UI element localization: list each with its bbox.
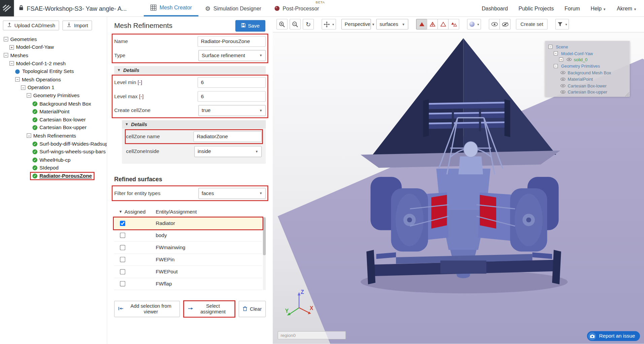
level-min-input[interactable] [198,77,266,88]
scene-tree-item-background-mesh-box[interactable]: Background Mesh Box [548,69,628,76]
select-assignment-button[interactable]: Select assignment [184,301,235,317]
color-dropdown[interactable]: ▾ [467,19,481,30]
hide-selected-button[interactable] [500,19,511,30]
upload-cad-button[interactable]: Upload CAD/mesh [3,21,60,30]
report-issue-button[interactable]: Report an issue [587,331,640,341]
projection-select[interactable]: Perspective▼ [341,19,371,30]
collapse-icon[interactable]: − [4,53,8,58]
tree-item-mesh-refinements[interactable]: −Mesh Refinements [0,132,107,140]
tree-item-topological-entity-sets[interactable]: Topological Entity Sets [0,68,107,76]
clear-button[interactable]: Clear [239,301,266,317]
expand-icon[interactable]: + [9,45,14,49]
collapse-icon[interactable]: − [554,51,558,55]
add-selection-button[interactable]: Add selection from viewer [114,301,180,317]
level-max-input[interactable] [198,91,266,102]
scene-tree-item-model-conf-yaw[interactable]: −Model-Conf-Yaw [548,50,628,56]
visibility-eye-icon[interactable] [560,90,566,94]
entity-checkbox[interactable] [120,269,125,274]
scene-tree-item-cartesian-box-upper[interactable]: Cartesian Box-upper [548,89,628,95]
tab-mesh-creator[interactable]: Mesh Creator [144,0,199,16]
details-section-header[interactable]: ▼ Details [122,120,266,128]
name-input[interactable] [198,36,266,47]
tree-item-operation-1[interactable]: −Operation 1 [0,83,107,91]
help-menu[interactable]: Help▼ [590,5,606,11]
scene-tree-item-materialpoint[interactable]: MaterialPoint [548,76,628,82]
reset-view-button[interactable]: ↻ [303,19,314,30]
details-section-header[interactable]: ▼ Details [114,66,266,74]
tree-item-radiator-porouszone[interactable]: ✓Radiator-PorousZone [0,172,107,180]
scene-tree-item-geometry-primitives[interactable]: −Geometry Primitives [548,63,628,69]
nav-link-dashboard[interactable]: Dashboard [482,5,508,11]
tree-item-model-conf-yaw[interactable]: +Model-Conf-Yaw [0,43,107,51]
pan-tool-dropdown[interactable]: ▾ [321,19,336,30]
tree-item-wheelhub-cp[interactable]: ✓WheelHub-cp [0,156,107,164]
scene-tree-item-solid-0[interactable]: +solid_0 [548,56,628,63]
visibility-eye-icon[interactable] [560,77,566,81]
nav-link-public-projects[interactable]: Public Projects [518,5,554,11]
tree-item-geometry-primitives[interactable]: −Geometry Primitives [0,91,107,100]
filter-dropdown[interactable]: ▾ [555,19,569,30]
tree-item-surf-body-diff-wsides-radsup[interactable]: ✓Surf-body-diff-Wsides-Radsup [0,140,107,148]
collapse-icon[interactable]: − [15,77,20,82]
scrollbar-thumb[interactable] [263,218,266,255]
entity-row-fwepout[interactable]: FWEPout [114,266,262,278]
user-menu[interactable]: Akrem▼ [617,5,637,11]
tree-item-surf-wings-wheels-susp-bars[interactable]: ✓Surf-wings-wheels-susp-bars [0,148,107,156]
expand-icon[interactable]: + [559,58,563,62]
mesh-quality-toggle-1[interactable] [416,19,427,30]
tree-item-materialpoint[interactable]: ✓MaterialPoint [0,108,107,116]
scene-tree-item-cartesian-box-lower[interactable]: Cartesian Box-lower [548,82,628,89]
tab-simulation-designer[interactable]: ⚙Simulation Designer [199,0,268,16]
sort-caret-icon[interactable]: ▼ [119,210,123,214]
show-selected-button[interactable] [489,19,500,30]
tree-item-background-mesh-box[interactable]: ✓Background Mesh Box [0,100,107,108]
create-set-button[interactable]: Create set [516,19,548,30]
visibility-eye-icon[interactable] [567,58,572,62]
entity-filter-select[interactable]: faces ▼ [198,188,266,199]
tree-item-cartesian-box-upper[interactable]: ✓Cartesian Box-upper [0,124,107,132]
project-title[interactable]: FSAE-Workshop-S3- Yaw angle- A... [27,5,127,12]
collapse-icon[interactable]: − [27,93,31,98]
table-scrollbar[interactable] [263,218,266,290]
assigned-column-header[interactable]: Assigned [125,209,146,215]
entity-row-radiator[interactable]: Radiator [114,218,262,230]
cellzone-inside-select[interactable]: inside ▼ [194,146,262,157]
mesh-quality-toggle-4[interactable] [448,19,459,30]
tab-post-processor[interactable]: Post-ProcessorBETA [268,0,326,16]
zoom-in-button[interactable] [276,19,287,30]
entity-row-fwflap[interactable]: FWflap [114,278,262,290]
cellzone-name-input[interactable] [194,131,262,142]
viewport-3d[interactable]: −Scene−Model-Conf-Yaw+solid_0−Geometry P… [273,32,644,344]
entity-checkbox[interactable] [120,257,125,262]
tree-item-model-conf-1-2-mesh[interactable]: −Model-Conf-1-2 mesh [0,60,107,68]
collapse-icon[interactable]: − [548,45,552,49]
tree-item-mesh-operations[interactable]: −Mesh Operations [0,75,107,83]
collapse-icon[interactable]: − [9,61,14,66]
entity-column-header[interactable]: Entity/Assignment [156,209,197,215]
nav-link-forum[interactable]: Forum [565,5,580,11]
save-button[interactable]: Save [235,20,266,32]
entity-checkbox[interactable] [120,245,125,250]
entity-checkbox[interactable] [120,221,125,226]
tree-item-meshes[interactable]: −Meshes [0,51,107,60]
create-cellzone-select[interactable]: true ▼ [198,105,266,116]
collapse-icon[interactable]: − [27,133,31,138]
entity-checkbox[interactable] [120,281,125,286]
tree-item-sidepod[interactable]: ✓SIdepod [0,164,107,172]
entity-row-fwepin[interactable]: FWEPin [114,254,262,266]
render-mode-select[interactable]: surfaces▼ [376,19,408,30]
entity-row-body[interactable]: body [114,230,262,242]
collapse-icon[interactable]: − [21,85,25,90]
mesh-quality-toggle-2[interactable] [427,19,438,30]
collapse-icon[interactable]: − [554,64,558,68]
scene-tree-item-scene[interactable]: −Scene [548,43,628,50]
region-name-input[interactable] [278,331,346,339]
app-logo[interactable] [0,0,14,16]
import-button[interactable]: Import [63,21,92,30]
tree-item-cartesian-box-lower[interactable]: ✓Cartesian Box-lower [0,116,107,124]
type-select[interactable]: Surface refinement ▼ [198,50,266,61]
visibility-eye-icon[interactable] [560,84,566,87]
entity-checkbox[interactable] [120,233,125,238]
visibility-eye-icon[interactable] [560,71,566,74]
mesh-quality-toggle-3[interactable] [438,19,449,30]
